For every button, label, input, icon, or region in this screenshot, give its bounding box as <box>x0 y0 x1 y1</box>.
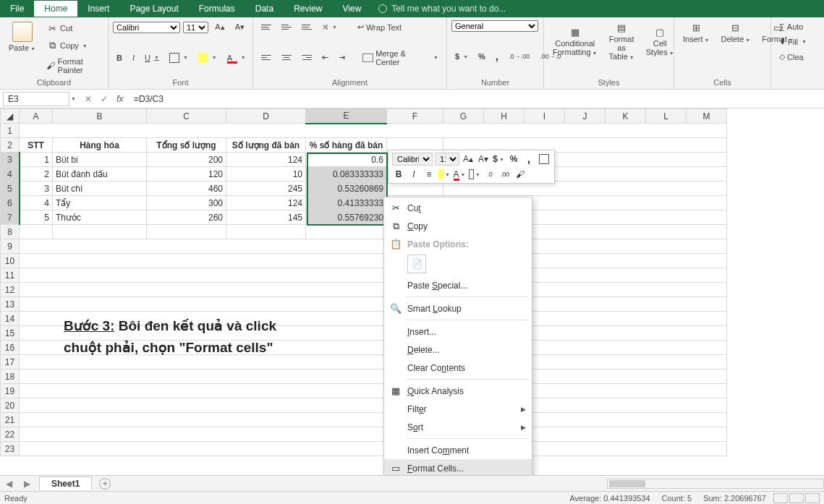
row-header[interactable]: 7 <box>1 210 20 225</box>
tab-review[interactable]: Review <box>284 1 332 17</box>
tab-view[interactable]: View <box>333 1 372 17</box>
row-header[interactable]: 14 <box>1 312 20 326</box>
select-all-corner[interactable]: ◢ <box>1 109 20 124</box>
cell-selected[interactable]: 0.083333333 <box>306 167 387 181</box>
clear-button[interactable]: ◇ Clea <box>776 50 817 64</box>
col-header-k[interactable]: K <box>606 109 646 124</box>
col-header-b[interactable]: B <box>53 109 147 124</box>
ctx-delete[interactable]: Delete... <box>384 341 532 359</box>
align-middle-button[interactable] <box>278 22 295 32</box>
ctx-sort[interactable]: Sort▶ <box>384 418 532 436</box>
mini-painter[interactable] <box>514 168 527 181</box>
decrease-font-button[interactable]: A▾ <box>232 20 248 34</box>
mini-font-select[interactable]: Calibri <box>392 153 433 166</box>
comma-format-button[interactable] <box>492 48 502 65</box>
format-painter-button[interactable]: Format Painter <box>43 55 103 77</box>
col-header-d[interactable]: D <box>226 109 306 124</box>
row-header[interactable]: 21 <box>1 413 20 427</box>
font-family-select[interactable]: Calibri <box>113 22 180 33</box>
view-break-button[interactable] <box>805 493 820 503</box>
mini-italic[interactable]: I <box>407 168 420 181</box>
col-header-m[interactable]: M <box>687 109 727 124</box>
format-as-table-button[interactable]: ▤Format as Table▼ <box>605 20 639 62</box>
increase-font-button[interactable]: A▴ <box>211 20 228 34</box>
mini-bold[interactable]: B <box>392 168 405 181</box>
insert-cells-button[interactable]: ⊞Insert▼ <box>679 20 713 45</box>
mini-borders[interactable] <box>538 153 551 166</box>
row-header[interactable]: 19 <box>1 384 20 398</box>
col-header-e[interactable]: E <box>306 109 387 124</box>
conditional-formatting-button[interactable]: ▦Conditional Formatting▼ <box>548 25 602 58</box>
underline-button[interactable]: U▼ <box>141 51 163 64</box>
sheet-nav-prev[interactable]: ◀ <box>0 479 18 489</box>
cell[interactable]: Bút chì <box>53 181 147 196</box>
view-layout-button[interactable] <box>789 493 804 503</box>
align-top-button[interactable] <box>258 22 275 32</box>
row-header[interactable]: 13 <box>1 297 20 312</box>
accounting-format-button[interactable]: ▼ <box>451 50 472 63</box>
font-size-select[interactable]: 11 <box>183 22 208 33</box>
paste-button[interactable]: Paste▼ <box>4 20 40 54</box>
row-header[interactable]: 1 <box>1 124 20 138</box>
copy-button[interactable]: Copy▼ <box>43 38 103 54</box>
mini-font-color[interactable]: A▼ <box>453 168 466 181</box>
align-bottom-button[interactable] <box>298 22 315 32</box>
row-header[interactable]: 3 <box>1 153 20 167</box>
cell[interactable]: % số hàng đã bán <box>306 138 387 153</box>
cell[interactable]: 145 <box>226 210 306 225</box>
row-header[interactable]: 8 <box>1 225 20 239</box>
cell[interactable]: 124 <box>226 196 306 210</box>
bold-button[interactable]: B <box>113 51 126 64</box>
tab-home[interactable]: Home <box>34 1 77 17</box>
number-format-select[interactable]: General <box>451 20 538 32</box>
sheet-tab-active[interactable]: Sheet1 <box>39 477 92 490</box>
cell-selected[interactable]: 0.55769230 <box>306 210 387 225</box>
scroll-thumb[interactable] <box>609 480 645 487</box>
ctx-insert-comment[interactable]: Insert Comment <box>384 441 532 459</box>
cell[interactable]: Tổng số lượng <box>147 138 226 153</box>
row-header[interactable]: 22 <box>1 427 20 442</box>
col-header-g[interactable]: G <box>443 109 484 124</box>
tell-me[interactable]: Tell me what you want to do... <box>378 4 506 14</box>
paste-option-default[interactable]: 📄 <box>407 255 426 273</box>
col-header-j[interactable]: J <box>565 109 606 124</box>
increase-decimal-button[interactable]: .0→.00 <box>505 51 533 62</box>
accept-formula-button[interactable]: ✓ <box>96 94 112 104</box>
cancel-formula-button[interactable]: ✕ <box>80 94 96 104</box>
ctx-paste-special[interactable]: Paste Special... <box>384 276 532 294</box>
increase-indent-button[interactable]: ⇥ <box>335 51 349 64</box>
cell[interactable]: Hàng hóa <box>53 138 147 153</box>
merge-center-button[interactable]: Merge & Center▼ <box>359 47 442 69</box>
sheet-nav-next[interactable]: ▶ <box>18 479 36 489</box>
ctx-insert[interactable]: Insert... <box>384 323 532 341</box>
row-header[interactable]: 15 <box>1 326 20 341</box>
cell[interactable]: 2 <box>20 167 53 181</box>
cell[interactable]: 245 <box>226 181 306 196</box>
percent-format-button[interactable] <box>475 50 489 63</box>
ctx-clear-contents[interactable]: Clear Contents <box>384 359 532 377</box>
tab-page-layout[interactable]: Page Layout <box>119 1 188 17</box>
fill-color-button[interactable]: ▼ <box>195 51 221 65</box>
col-header-h[interactable]: H <box>484 109 524 124</box>
cell[interactable]: 300 <box>147 196 226 210</box>
tab-formulas[interactable]: Formulas <box>189 1 245 17</box>
cell[interactable]: 124 <box>226 153 306 167</box>
row-header[interactable]: 9 <box>1 239 20 254</box>
row-header[interactable]: 5 <box>1 181 20 196</box>
horizontal-scrollbar[interactable] <box>607 479 824 489</box>
row-header[interactable]: 17 <box>1 355 20 370</box>
cell[interactable]: 260 <box>147 210 226 225</box>
mini-align[interactable]: ≡ <box>422 168 436 181</box>
cell-selected[interactable]: 0.6 <box>306 153 387 167</box>
align-center-button[interactable] <box>278 53 295 62</box>
cell[interactable]: STT <box>20 138 53 153</box>
ctx-copy[interactable]: Copy <box>384 217 532 235</box>
tab-insert[interactable]: Insert <box>77 1 119 17</box>
row-header[interactable]: 20 <box>1 398 20 413</box>
row-header[interactable]: 2 <box>1 138 20 153</box>
align-left-button[interactable] <box>258 53 275 62</box>
row-header[interactable]: 23 <box>1 442 20 456</box>
cell[interactable]: 1 <box>20 153 53 167</box>
cell-styles-button[interactable]: ▢Cell Styles▼ <box>642 25 679 58</box>
cell[interactable]: 10 <box>226 167 306 181</box>
